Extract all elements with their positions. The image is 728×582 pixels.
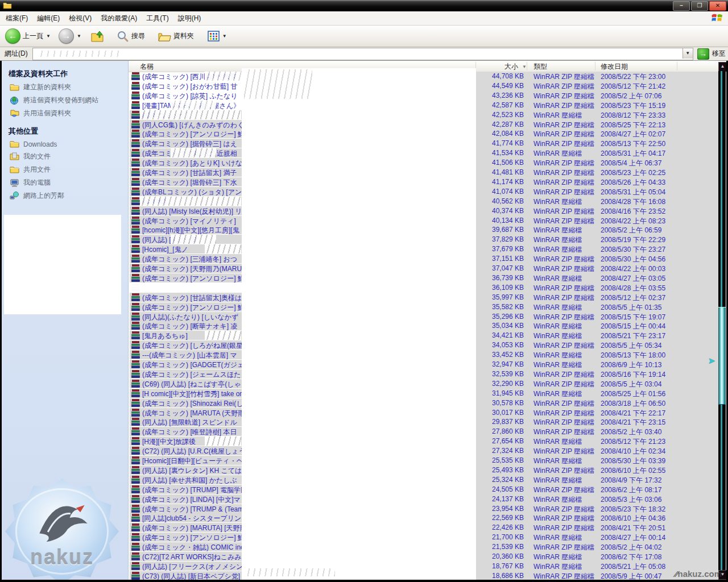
scrollbar-thumb[interactable] bbox=[718, 307, 726, 405]
file-name-cell[interactable]: (同人誌) [ ] ふた部 bbox=[130, 235, 242, 244]
vertical-scrollbar[interactable]: ▲ ▼ bbox=[718, 62, 726, 580]
column-header-date[interactable]: 修改日期 bbox=[601, 62, 628, 72]
file-name-cell[interactable]: (同人誌) [無限軌道] スピンドル bbox=[130, 417, 242, 426]
address-dropdown-icon[interactable]: ▼ bbox=[682, 48, 693, 59]
file-name-cell[interactable]: (成年コミック) [しろがね屋(銀星 bbox=[130, 340, 242, 350]
file-name-cell[interactable]: (成年コミック) [掘骨砕三] はえ bbox=[130, 139, 242, 148]
file-name-cell[interactable]: (成年コミック) [アンソロジー] 鮮 bbox=[130, 533, 242, 542]
file-date: 2008/3/18 上午 06:50 bbox=[601, 399, 665, 409]
file-name-cell[interactable]: (成年コミック) [GADGET(ガジェ bbox=[130, 360, 242, 369]
sidebar-item[interactable]: Downloads bbox=[10, 140, 128, 148]
file-name-cell[interactable]: (成年コミック) [アンソロジー] 鮮 bbox=[130, 302, 242, 311]
file-name-cell[interactable]: (成年コミック) [おがわ甘藍] 甘 bbox=[130, 81, 242, 90]
file-name-cell[interactable]: (成年コミック) [アンソロジー] 鮮 bbox=[130, 129, 242, 138]
file-name-cell[interactable]: [Hcomic]_[鬼ノ bbox=[130, 244, 242, 253]
file-name-cell[interactable] bbox=[130, 283, 242, 292]
menu-tools[interactable]: 工具(T) bbox=[144, 12, 175, 25]
file-name-cell[interactable]: [Hcomic][日翻中][ビューティ・ヘ bbox=[130, 456, 242, 465]
file-name-cell[interactable]: (成年コミック) [天野雨乃(MARU bbox=[130, 264, 242, 273]
file-name-cell[interactable]: (成年コミック) [MARUTA (天野雨 bbox=[130, 408, 242, 417]
address-input[interactable]: ▼ bbox=[32, 48, 693, 60]
menu-favorites[interactable]: 我的最愛(A) bbox=[98, 12, 144, 25]
sidebar-item[interactable]: 我的文件 bbox=[10, 152, 128, 161]
file-name-cell[interactable]: (成年コミック) [あとりK] いけな bbox=[130, 158, 242, 167]
up-button[interactable] bbox=[88, 27, 107, 45]
file-name-cell[interactable]: (同人誌) [裏ウレタン] KH こては bbox=[130, 465, 242, 475]
file-name-cell[interactable]: (同人誌) [幸せ共和国] かたしぶ bbox=[130, 475, 242, 484]
sidebar-item[interactable]: 共用這個資料夾 bbox=[10, 109, 128, 118]
file-name-cell[interactable]: (同人誌) [フリークス(オノメシン bbox=[130, 562, 242, 571]
file-name-cell[interactable]: (C72)[T2 ART WORKS]ねこみみば bbox=[130, 552, 242, 561]
file-name-cell[interactable]: (成年BLコミック) (ショタ) [アン bbox=[130, 187, 242, 196]
file-name-cell[interactable]: [鬼月あるちゅ] bbox=[130, 331, 242, 340]
file-name-cell[interactable]: [H comic][中文][竹村雪秀] take on bbox=[130, 389, 242, 398]
file-name-cell[interactable]: (成年コミック) [TRUMP & (Team S bbox=[130, 504, 242, 513]
close-button[interactable]: ✕ bbox=[709, 1, 726, 11]
censor-smudge bbox=[36, 51, 122, 57]
file-name-cell[interactable]: ---(成年コミック) [山本雲居] マ bbox=[130, 350, 242, 359]
file-name-cell[interactable]: (成年コミック) [TRUMP] 電脳学園 bbox=[130, 485, 242, 494]
winrar-archive-icon bbox=[131, 447, 140, 455]
forward-chevron-down-icon[interactable]: ▼ bbox=[77, 34, 81, 39]
file-name-cell[interactable]: (成年コミック) [西川康] 性教育 bbox=[130, 72, 242, 81]
file-name-cell[interactable]: (成年コミック) [甘詰留太] 満子 bbox=[130, 168, 242, 177]
censor-smudge bbox=[130, 283, 242, 292]
file-name-cell[interactable]: (成年コミック) [LINDA] [中文]マ bbox=[130, 494, 242, 504]
file-name-cell[interactable]: [漫畫]TAMACHI 《殺し屋さん》 bbox=[130, 101, 242, 110]
file-name-cell[interactable]: (成年コミック) [マイノリティ] bbox=[130, 216, 242, 225]
file-name-cell[interactable]: (成年コミック) [断華ナオキ] 凌 bbox=[130, 321, 242, 330]
menu-file[interactable]: 檔案(F) bbox=[3, 12, 35, 25]
file-name-cell[interactable]: (成年コミック) [諒英] ふたなり bbox=[130, 91, 242, 100]
go-button[interactable]: → bbox=[697, 48, 709, 60]
file-name: (成年コミック) [甘詰留太]奥様は bbox=[142, 293, 242, 302]
title-bar[interactable]: – ❐ ✕ bbox=[0, 0, 728, 11]
sidebar-item[interactable]: 建立新的資料夾 bbox=[10, 82, 128, 92]
file-name-cell[interactable]: (C69) (同人誌) [ねこばす亭(しゃ bbox=[130, 379, 242, 388]
file-name-cell[interactable]: (成年コミック) [鬼ノ仁] 近親相 bbox=[130, 148, 242, 157]
file-name-cell[interactable]: (成年コミック) [MARUTA] [天野雨 bbox=[130, 523, 242, 532]
address-bar: 網址(D) ▼ → 移至 bbox=[0, 47, 728, 61]
sidebar-item[interactable]: 共用文件 bbox=[10, 165, 128, 174]
file-name-cell[interactable]: (成年コミック) [アンソロジー] 鮮 bbox=[130, 273, 242, 282]
scroll-up-icon[interactable]: ▲ bbox=[718, 62, 726, 72]
file-name-cell[interactable]: (同人誌) [Misty Isle(反村幼児)] リ bbox=[130, 206, 242, 215]
restore-button[interactable]: ❐ bbox=[691, 1, 708, 11]
file-name-cell[interactable]: (成年コミック) [Shinozaki Rei(し bbox=[130, 398, 242, 408]
file-name-cell[interactable]: (成年コミック) [三浦靖冬] おつ bbox=[130, 254, 242, 263]
minimize-button[interactable]: – bbox=[673, 1, 690, 11]
menu-view[interactable]: 檢視(V) bbox=[67, 12, 98, 25]
sidebar-item[interactable]: 網路上的芳鄰 bbox=[10, 191, 128, 201]
forward-button[interactable]: → ▼ bbox=[56, 27, 84, 45]
file-name-cell[interactable]: (成年コミック) [堀骨砕三] 下水 bbox=[130, 177, 242, 186]
views-chevron-down-icon[interactable]: ▼ bbox=[222, 34, 227, 39]
file-type: WinRAR 壓縮檔 bbox=[533, 245, 582, 255]
file-type: WinRAR 壓縮檔 bbox=[533, 226, 582, 235]
file-name-cell[interactable]: (成年コミック) [ジェームスほた bbox=[130, 369, 242, 379]
censor-box bbox=[4, 215, 121, 314]
sidebar-item[interactable]: 我的電腦 bbox=[10, 178, 128, 188]
file-name-cell[interactable]: (成年コミック) [甘詰留太]奥様は bbox=[130, 293, 242, 302]
nakuz-watermark-text: nakuz bbox=[5, 546, 119, 569]
folders-button[interactable]: 資料夾 bbox=[155, 27, 196, 45]
file-name-cell[interactable]: (同人誌)(ふたなり) [しいなかず bbox=[130, 312, 242, 321]
file-type: WinRAR 壓縮檔 bbox=[533, 437, 582, 447]
back-chevron-down-icon[interactable]: ▼ bbox=[46, 34, 51, 39]
back-button[interactable]: ← 上一頁 ▼ bbox=[3, 27, 53, 45]
menu-edit[interactable]: 編輯(E) bbox=[35, 12, 67, 25]
file-name-cell[interactable]: (C72) (同人誌) [U.R.C(桃屋しょう bbox=[130, 446, 242, 455]
file-name-cell[interactable]: (同人CG集) [げんきのみずのわく bbox=[130, 120, 242, 129]
views-button[interactable]: ▼ bbox=[205, 27, 229, 45]
file-name-cell[interactable]: (成年コミック) [唯登詩樹] 本日 bbox=[130, 427, 242, 436]
file-name-cell[interactable]: (成年コミック) bbox=[130, 110, 242, 119]
search-button[interactable]: 搜尋 bbox=[114, 27, 147, 45]
file-name-cell[interactable]: [同人誌]club54 - シスターブリン bbox=[130, 513, 242, 522]
file-name-cell[interactable]: (C73) (同人誌) [新日本ペプシ党] bbox=[130, 571, 242, 580]
menu-help[interactable]: 說明(H) bbox=[176, 12, 208, 25]
column-header-type[interactable]: 類型 bbox=[533, 62, 547, 72]
file-name-cell[interactable]: [hcomic][h漫][中文][悠月工房][鬼 bbox=[130, 225, 242, 234]
file-name-cell[interactable]: ![comic] bbox=[130, 197, 242, 206]
file-name-cell[interactable]: (成年コミック・雑誌) COMIC ino bbox=[130, 542, 242, 551]
column-header-name[interactable]: 名稱 bbox=[140, 62, 154, 72]
sidebar-item[interactable]: 將這個資料夾發佈到網站 bbox=[10, 95, 128, 105]
file-name-cell[interactable]: [H漫][中文]放課後 bbox=[130, 436, 242, 446]
